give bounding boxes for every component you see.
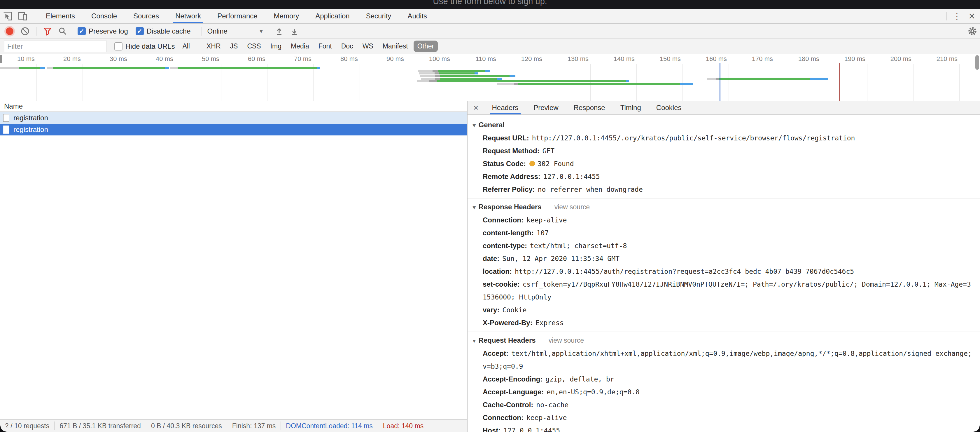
tab-console[interactable]: Console xyxy=(83,9,125,23)
preserve-log-checkbox[interactable]: ✓ xyxy=(78,27,86,35)
gridline xyxy=(775,64,775,101)
header-line: Status Code:302 Found xyxy=(468,157,980,170)
section-title[interactable]: ▾Response Headersview source xyxy=(468,200,980,214)
export-har-icon[interactable] xyxy=(287,24,302,38)
ruler-tick: 120 ms xyxy=(498,54,542,64)
header-value: GET xyxy=(542,147,555,155)
more-options-icon[interactable]: ⋮ xyxy=(950,11,964,21)
gridline xyxy=(821,64,821,101)
header-key: Referrer Policy: xyxy=(483,185,535,193)
search-icon[interactable] xyxy=(55,24,70,38)
record-icon[interactable] xyxy=(6,27,13,35)
waterfall-bar-segment xyxy=(439,72,474,75)
filter-type-doc[interactable]: Doc xyxy=(337,41,357,52)
status-segment: DOMContentLoaded: 114 ms xyxy=(281,421,378,430)
requests-pane: Name registrationregistration xyxy=(0,101,467,419)
close-devtools-icon[interactable]: × xyxy=(964,10,980,23)
filter-type-ws[interactable]: WS xyxy=(359,41,377,52)
disable-cache-checkbox[interactable]: ✓ xyxy=(135,27,144,35)
gridline xyxy=(129,64,129,101)
filter-type-manifest[interactable]: Manifest xyxy=(379,41,412,52)
header-value: Cookie xyxy=(502,306,527,314)
tab-sources[interactable]: Sources xyxy=(125,9,167,23)
detail-tab-response[interactable]: Response xyxy=(566,101,613,115)
divider xyxy=(36,27,37,36)
filter-input[interactable] xyxy=(4,41,107,52)
header-value: 302 Found xyxy=(538,160,574,167)
section-title-text: General xyxy=(479,121,504,129)
divider xyxy=(34,12,34,21)
detail-tab-cookies[interactable]: Cookies xyxy=(649,101,689,115)
filter-type-font[interactable]: Font xyxy=(315,41,336,52)
filter-type-js[interactable]: JS xyxy=(226,41,242,52)
filter-funnel-icon[interactable] xyxy=(40,24,55,38)
tab-audits[interactable]: Audits xyxy=(399,9,435,23)
header-key: Connection: xyxy=(483,216,523,224)
disclosure-triangle-icon: ▾ xyxy=(473,338,476,344)
filter-type-media[interactable]: Media xyxy=(287,41,313,52)
close-detail-icon[interactable]: × xyxy=(468,101,484,115)
filter-type-other[interactable]: Other xyxy=(414,41,438,52)
header-key: vary: xyxy=(483,306,500,314)
header-value: http://127.0.0.1:4455/auth/registration?… xyxy=(515,268,854,275)
header-value: gzip, deflate, br xyxy=(546,375,614,383)
ruler-tick: 180 ms xyxy=(776,54,819,64)
settings-gear-icon[interactable] xyxy=(965,24,980,38)
table-row[interactable]: registration xyxy=(0,112,467,124)
header-key: content-type: xyxy=(483,242,527,250)
header-key: X-Powered-By: xyxy=(483,319,533,327)
divider xyxy=(202,27,202,36)
throttling-dropdown[interactable]: Online ▾ xyxy=(207,27,262,35)
tab-memory[interactable]: Memory xyxy=(266,9,307,23)
header-key: Cache-Control: xyxy=(483,401,533,409)
header-key: Accept-Encoding: xyxy=(483,375,542,383)
section-title[interactable]: ▾General xyxy=(468,118,980,132)
tab-elements[interactable]: Elements xyxy=(38,9,83,23)
section-title[interactable]: ▾Request Headersview source xyxy=(468,334,980,347)
divider xyxy=(268,27,268,36)
waterfall-bar-segment xyxy=(680,83,693,85)
request-detail-panel: × HeadersPreviewResponseTimingCookies ▾G… xyxy=(467,101,980,432)
overview-scrollbar[interactable] xyxy=(975,55,979,70)
ruler-tick: 130 ms xyxy=(545,54,589,64)
header-value: no-referrer-when-downgrade xyxy=(538,186,643,193)
name-column-header[interactable]: Name xyxy=(0,101,467,112)
tab-application[interactable]: Application xyxy=(307,9,358,23)
request-type-filters: AllXHRJSCSSImgMediaFontDocWSManifestOthe… xyxy=(178,41,439,52)
ruler-tick: 30 ms xyxy=(83,54,127,64)
requests-list: registrationregistration xyxy=(0,112,467,135)
header-line: set-cookie:csrf_token=y1//BqpRxuFY8Hw418… xyxy=(468,278,980,304)
detail-tab-headers[interactable]: Headers xyxy=(484,101,526,115)
hide-data-urls-checkbox[interactable] xyxy=(115,42,123,51)
filter-bar: Hide data URLs AllXHRJSCSSImgMediaFontDo… xyxy=(0,39,980,54)
detail-tab-timing[interactable]: Timing xyxy=(613,101,649,115)
filter-type-css[interactable]: CSS xyxy=(243,41,264,52)
import-har-icon[interactable] xyxy=(272,24,287,38)
waterfall-bar-segment xyxy=(433,70,438,72)
view-source-link[interactable]: view source xyxy=(549,336,584,344)
preserve-log-label: Preserve log xyxy=(89,27,128,35)
inspect-element-icon[interactable] xyxy=(0,9,15,23)
clear-icon[interactable] xyxy=(18,24,33,38)
tab-security[interactable]: Security xyxy=(358,9,399,23)
header-key: content-length: xyxy=(483,229,534,237)
filter-type-all[interactable]: All xyxy=(178,41,194,52)
detail-tab-preview[interactable]: Preview xyxy=(526,101,566,115)
tab-network[interactable]: Network xyxy=(167,9,209,23)
throttling-value: Online xyxy=(207,27,227,35)
status-segment: 671 B / 35.1 KB transferred xyxy=(54,421,146,430)
waterfall-bar-segment xyxy=(417,80,429,82)
tab-performance[interactable]: Performance xyxy=(209,9,266,23)
header-line: Connection:keep-alive xyxy=(468,411,980,424)
filter-type-img[interactable]: Img xyxy=(267,41,285,52)
view-source-link[interactable]: view source xyxy=(554,203,590,211)
header-value: 127.0.0.1:4455 xyxy=(543,173,600,180)
waterfall-bar-segment xyxy=(317,67,320,69)
table-row[interactable]: registration xyxy=(0,124,467,135)
header-line: Cache-Control:no-cache xyxy=(468,399,980,411)
domcontentloaded-marker xyxy=(719,63,721,101)
device-toolbar-icon[interactable] xyxy=(15,9,30,23)
filter-type-xhr[interactable]: XHR xyxy=(203,41,224,52)
header-line: Remote Address:127.0.0.1:4455 xyxy=(468,170,980,183)
waterfall-bar-segment xyxy=(626,80,629,82)
